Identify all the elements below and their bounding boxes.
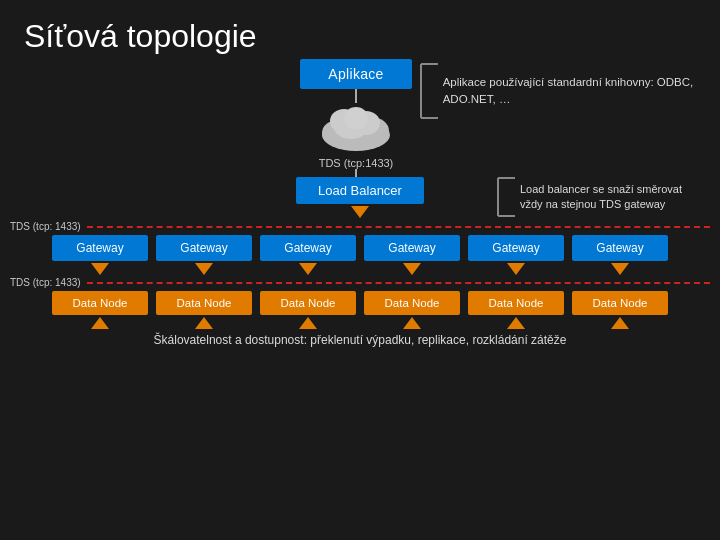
dn-arrow-6	[611, 317, 629, 329]
gateway-box-6: Gateway	[572, 235, 668, 261]
dn-arrow-slot-1	[52, 317, 148, 329]
aplikace-note-col: Aplikace používající standardní knihovny…	[412, 59, 720, 119]
gw-arrow-slot-2	[156, 263, 252, 275]
datanode-box-6: Data Node	[572, 291, 668, 315]
lb-arrow-down-icon	[351, 206, 369, 218]
page-title: Síťová topologie	[0, 0, 720, 55]
datanode-row: Data Node Data Node Data Node Data Node …	[0, 291, 720, 315]
dashed-row-2: TDS (tcp: 1433)	[10, 277, 710, 288]
gw-arrow-6	[611, 263, 629, 275]
dashed-line-1	[87, 226, 710, 228]
page-container: Síťová topologie Aplikace TDS (tcp:1433)	[0, 0, 720, 347]
gateway-box-4: Gateway	[364, 235, 460, 261]
svg-point-6	[344, 107, 368, 129]
gw-arrow-2	[195, 263, 213, 275]
dn-arrow-3	[299, 317, 317, 329]
gw-arrow-3	[299, 263, 317, 275]
lb-row: Load Balancer Load balancer se snaží smě…	[0, 177, 720, 218]
dashed-row-1: TDS (tcp: 1433)	[10, 221, 710, 232]
gw-arrow-4	[403, 263, 421, 275]
dn-arrow-slot-4	[364, 317, 460, 329]
lb-note-text: Load balancer se snaží směrovat vždy na …	[520, 182, 700, 213]
datanode-box-2: Data Node	[156, 291, 252, 315]
aplikace-note-text: Aplikace používající standardní knihovny…	[443, 74, 720, 107]
gateway-arrows-row	[0, 263, 720, 275]
gateway-row: Gateway Gateway Gateway Gateway Gateway …	[0, 235, 720, 261]
dn-arrow-1	[91, 317, 109, 329]
gateway-box-3: Gateway	[260, 235, 356, 261]
up-arrows-row	[0, 317, 720, 329]
gw-arrow-slot-4	[364, 263, 460, 275]
dn-arrow-5	[507, 317, 525, 329]
gw-arrow-slot-3	[260, 263, 356, 275]
gw-arrow-slot-5	[468, 263, 564, 275]
dn-arrow-2	[195, 317, 213, 329]
aplikace-box: Aplikace	[300, 59, 411, 89]
lb-bracket-icon	[497, 177, 515, 217]
datanode-box-3: Data Node	[260, 291, 356, 315]
lb-center: Load Balancer	[296, 177, 424, 218]
aplikace-column: Aplikace TDS (tcp:1433)	[300, 59, 411, 177]
gateway-box-2: Gateway	[156, 235, 252, 261]
gw-arrow-slot-6	[572, 263, 668, 275]
dn-arrow-4	[403, 317, 421, 329]
dn-arrow-slot-2	[156, 317, 252, 329]
cloud-icon	[316, 103, 396, 155]
top-area: Aplikace TDS (tcp:1433)	[0, 59, 720, 177]
lb-box: Load Balancer	[296, 177, 424, 204]
tds-top-label: TDS (tcp:1433)	[319, 157, 394, 169]
connector-line-1	[355, 89, 357, 103]
gw-arrow-slot-1	[52, 263, 148, 275]
datanode-box-1: Data Node	[52, 291, 148, 315]
datanode-box-4: Data Node	[364, 291, 460, 315]
dn-arrow-slot-3	[260, 317, 356, 329]
lb-note-container: Load balancer se snaží směrovat vždy na …	[497, 177, 700, 217]
gateway-box-1: Gateway	[52, 235, 148, 261]
dn-arrow-slot-5	[468, 317, 564, 329]
tds-bottom-label: TDS (tcp: 1433)	[10, 277, 81, 288]
lb-arrow-container	[351, 206, 369, 218]
datanode-box-5: Data Node	[468, 291, 564, 315]
connector-line-2	[355, 169, 357, 177]
gw-arrow-1	[91, 263, 109, 275]
aplikace-note-row: Aplikace používající standardní knihovny…	[420, 63, 720, 119]
gw-arrow-5	[507, 263, 525, 275]
dn-arrow-slot-6	[572, 317, 668, 329]
bottom-note: Škálovatelnost a dostupnost: překlenutí …	[0, 333, 720, 347]
dashed-line-2	[87, 282, 710, 284]
gateway-box-5: Gateway	[468, 235, 564, 261]
bracket-icon	[420, 63, 438, 119]
tds-middle-label: TDS (tcp: 1433)	[10, 221, 81, 232]
